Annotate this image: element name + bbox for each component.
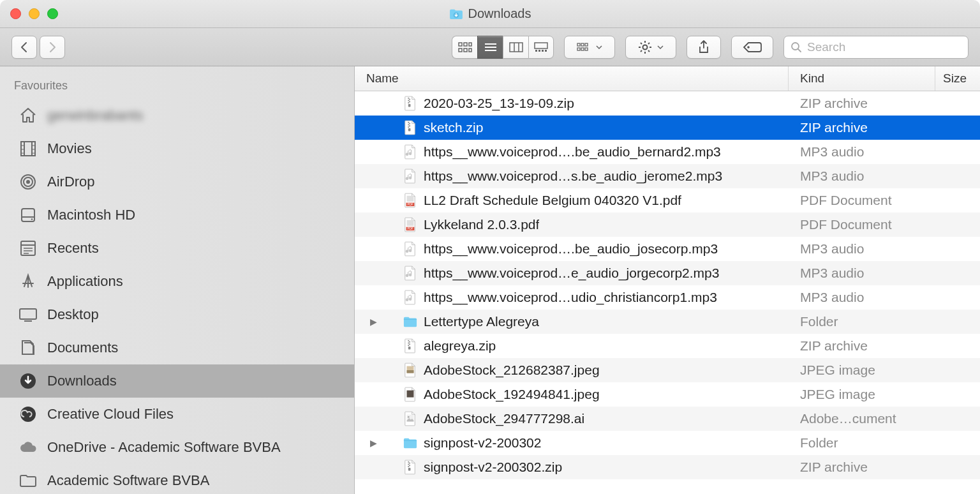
file-row[interactable]: https__www.voiceprod….be_audio_josecorp.… <box>355 237 980 261</box>
disk-icon <box>18 206 38 224</box>
sidebar-item-label: Applications <box>47 273 123 290</box>
sidebar-item-label: Downloads <box>47 373 117 389</box>
sidebar-item-desktop[interactable]: Desktop <box>0 298 354 331</box>
file-icon <box>403 386 417 403</box>
file-name: https__www.voiceprod….be_audio_josecorp.… <box>424 241 718 257</box>
sidebar-item-academic-software-bvba[interactable]: Academic Software BVBA <box>0 464 354 494</box>
disclosure-triangle-icon[interactable]: ▶ <box>368 438 379 448</box>
file-row[interactable]: Lykkeland 2.0.3.pdfPDF Document <box>355 213 980 237</box>
file-icon <box>403 144 417 160</box>
downloads-folder-icon <box>449 8 463 20</box>
file-name: LL2 Draft Schedule Belgium 040320 V1.pdf <box>424 193 681 208</box>
file-row[interactable]: ▶signpost-v2-200302Folder <box>355 431 980 455</box>
svg-rect-35 <box>577 48 580 50</box>
svg-point-73 <box>20 407 36 422</box>
column-header-name[interactable]: Name <box>355 66 789 91</box>
sidebar-item-airdrop[interactable]: AirDrop <box>0 165 354 198</box>
svg-rect-28 <box>535 50 537 52</box>
file-row[interactable]: LL2 Draft Schedule Belgium 040320 V1.pdf… <box>355 188 980 213</box>
file-row[interactable]: ▶Lettertype AlegreyaFolder <box>355 310 980 334</box>
list-view-button[interactable] <box>477 36 503 59</box>
file-name: https__www.voiceprod…e_audio_jorgecorp2.… <box>424 266 719 281</box>
sidebar-item-recents[interactable]: Recents <box>0 232 354 265</box>
column-header-size[interactable]: Size <box>935 66 980 91</box>
file-kind-cell: MP3 audio <box>789 266 935 281</box>
tags-button[interactable] <box>731 36 773 59</box>
file-kind-cell: Folder <box>789 314 935 329</box>
airdrop-icon <box>18 173 38 191</box>
gallery-view-button[interactable] <box>528 36 554 59</box>
file-kind-cell: MP3 audio <box>789 290 935 305</box>
sidebar-item-downloads[interactable]: Downloads <box>0 364 354 398</box>
zoom-window-button[interactable] <box>47 8 58 19</box>
sidebar-item-documents[interactable]: Documents <box>0 331 354 364</box>
file-row[interactable]: https__www.voiceprod…udio_christiancorp1… <box>355 285 980 310</box>
svg-point-47 <box>747 46 750 49</box>
sidebar-item-label: AirDrop <box>47 174 95 190</box>
file-row[interactable]: AdobeStock_212682387.jpegJPEG image <box>355 358 980 382</box>
file-name: alegreya.zip <box>424 338 496 354</box>
share-button[interactable] <box>687 36 721 59</box>
icon-view-button[interactable] <box>452 36 477 59</box>
file-row[interactable]: https__www.voiceprod…s.be_audio_jerome2.… <box>355 164 980 188</box>
svg-line-46 <box>648 43 650 44</box>
sidebar-item-label: Desktop <box>47 306 99 323</box>
file-row[interactable]: AdobeStock_192494841.jpegJPEG image <box>355 382 980 407</box>
file-icon <box>403 410 417 427</box>
column-headers: Name Kind Size <box>355 66 980 91</box>
file-name-cell: AdobeStock_212682387.jpeg <box>355 362 789 378</box>
svg-rect-31 <box>545 50 547 52</box>
disclosure-triangle-icon[interactable]: ▶ <box>368 317 379 327</box>
svg-rect-20 <box>469 49 471 52</box>
sidebar-item-creative-cloud-files[interactable]: Creative Cloud Files <box>0 398 354 431</box>
sidebar-item-label: Macintosh HD <box>47 207 135 223</box>
toolbar <box>0 28 980 66</box>
sidebar-item-macintosh-hd[interactable]: Macintosh HD <box>0 198 354 232</box>
svg-rect-18 <box>459 49 462 52</box>
file-row[interactable]: signpost-v2-200302.zipZIP archive <box>355 455 980 479</box>
file-row[interactable]: https__www.voiceprod…e_audio_jorgecorp2.… <box>355 261 980 285</box>
forward-button[interactable] <box>40 36 65 59</box>
file-name-cell: alegreya.zip <box>355 338 789 354</box>
sidebar-item-onedrive-academic-software-bvba[interactable]: OneDrive - Academic Software BVBA <box>0 431 354 464</box>
minimize-window-button[interactable] <box>29 8 40 19</box>
column-header-kind[interactable]: Kind <box>789 66 935 91</box>
search-input[interactable] <box>807 40 961 54</box>
file-icon <box>403 241 417 257</box>
cc-icon <box>18 405 38 423</box>
file-name: https__www.voiceprod…udio_christiancorp1… <box>424 290 717 305</box>
folder-icon <box>18 472 38 490</box>
file-row[interactable]: 2020-03-25_13-19-09.zipZIP archive <box>355 91 980 116</box>
file-row[interactable]: sketch.zipZIP archive <box>355 116 980 140</box>
home-icon <box>18 107 38 124</box>
back-button[interactable] <box>11 36 37 59</box>
svg-point-64 <box>31 218 33 220</box>
finder-window: Downloads <box>0 0 980 494</box>
column-view-button[interactable] <box>503 36 528 59</box>
file-icon <box>403 216 417 233</box>
sidebar-item-gerwinbrabants[interactable]: gerwinbrabants <box>0 99 354 132</box>
close-window-button[interactable] <box>10 8 21 19</box>
arrange-button[interactable] <box>564 36 615 59</box>
file-kind-cell: MP3 audio <box>789 168 935 184</box>
action-button[interactable] <box>625 36 676 59</box>
nav-group <box>11 36 65 59</box>
window-body: Favourites gerwinbrabantsMoviesAirDropMa… <box>0 66 980 494</box>
titlebar: Downloads <box>0 0 980 28</box>
file-row[interactable]: alegreya.zipZIP archive <box>355 334 980 358</box>
file-kind-cell: PDF Document <box>789 193 935 208</box>
sidebar-item-applications[interactable]: Applications <box>0 265 354 298</box>
svg-rect-36 <box>581 48 584 50</box>
svg-rect-34 <box>585 43 588 46</box>
search-box[interactable] <box>783 36 969 59</box>
file-icon <box>403 168 417 184</box>
file-list[interactable]: 2020-03-25_13-19-09.zipZIP archivesketch… <box>355 91 980 494</box>
svg-rect-29 <box>538 50 540 52</box>
file-kind-cell: PDF Document <box>789 217 935 232</box>
file-row[interactable]: https__www.voiceprod….be_audio_bernard2.… <box>355 140 980 164</box>
file-kind-cell: JPEG image <box>789 387 935 402</box>
file-name: signpost-v2-200302 <box>424 435 541 451</box>
sidebar-item-movies[interactable]: Movies <box>0 132 354 165</box>
file-row[interactable]: AdobeStock_294777298.aiAdobe…cument <box>355 407 980 431</box>
documents-icon <box>18 339 38 357</box>
